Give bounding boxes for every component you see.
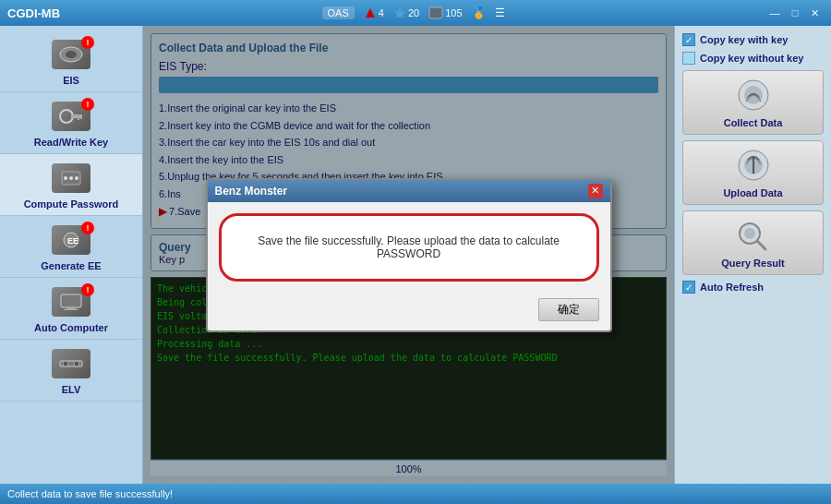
signal1: 4 [364, 6, 384, 19]
sidebar: ! EIS ! Read/Write Key Compute Password [0, 26, 143, 484]
upload-data-button[interactable]: Upload Data [682, 140, 824, 205]
modal-title-bar: Benz Monster ✕ [208, 180, 610, 202]
modal-overlay: Benz Monster ✕ Save the file successfull… [143, 26, 674, 484]
main-layout: ! EIS ! Read/Write Key Compute Password [0, 26, 831, 484]
generate-ee-label: Generate EE [41, 260, 101, 271]
sidebar-item-generate-ee[interactable]: EE ! Generate EE [0, 216, 142, 278]
svg-rect-14 [61, 294, 81, 307]
svg-rect-16 [64, 309, 78, 310]
sidebar-item-compute-password[interactable]: Compute Password [0, 154, 142, 216]
modal-body: Save the file successfully. Please uploa… [219, 213, 599, 282]
svg-rect-6 [78, 114, 79, 120]
generate-ee-badge: ! [81, 222, 94, 234]
modal-footer: 确定 [208, 293, 610, 330]
auto-refresh-row[interactable]: ✓ Auto Refresh [682, 281, 824, 294]
eis-icon-container: ! [48, 36, 94, 73]
copy-key-without-checkbox[interactable] [682, 52, 695, 65]
copy-key-with-checkbox[interactable]: ✓ [682, 33, 695, 46]
copy-key-without-row[interactable]: Copy key without key [682, 52, 824, 65]
sidebar-item-eis[interactable]: ! EIS [0, 30, 142, 92]
sidebar-item-read-write-key[interactable]: ! Read/Write Key [0, 92, 142, 154]
maximize-button[interactable]: □ [787, 5, 803, 21]
elv-icon-bg [52, 349, 90, 378]
modal-message: Save the file successfully. Please uploa… [236, 234, 582, 260]
copy-key-with-row[interactable]: ✓ Copy key with key [682, 33, 824, 46]
medal-icon: 🏅 [472, 6, 486, 19]
copy-key-without-label: Copy key without key [700, 53, 803, 64]
svg-rect-1 [429, 7, 442, 18]
compute-password-icon-bg [52, 163, 90, 193]
auto-computer-icon-container: ! [48, 283, 94, 320]
title-bar: CGDI-MB OAS 4 20 105 🏅 ☰ — □ ✕ [0, 0, 831, 26]
query-result-icon [730, 217, 777, 254]
collect-data-icon [730, 77, 777, 114]
status-bar: Collect data to save file successfully! [0, 484, 831, 504]
minimize-button[interactable]: — [766, 5, 783, 21]
query-result-label: Query Result [721, 258, 784, 269]
modal-title: Benz Monster [215, 185, 288, 198]
sidebar-item-auto-computer[interactable]: ! Auto Computer [0, 278, 142, 340]
upload-data-label: Upload Data [723, 187, 782, 198]
eis-badge: ! [81, 36, 94, 49]
badge-count: 105 [428, 6, 462, 19]
svg-line-27 [757, 241, 765, 249]
svg-point-3 [66, 51, 77, 58]
oas-badge: OAS [322, 6, 355, 19]
menu-icon[interactable]: ☰ [495, 6, 505, 19]
query-result-button[interactable]: Query Result [682, 210, 824, 275]
upload-data-icon [730, 147, 777, 184]
svg-rect-7 [80, 114, 82, 119]
status-text: Collect data to save file successfully! [7, 488, 173, 499]
sidebar-item-elv[interactable]: ELV [0, 340, 142, 402]
eis-label: EIS [63, 75, 79, 86]
read-write-key-icon-container: ! [48, 98, 94, 135]
signal2: 20 [393, 6, 419, 19]
right-panel: ✓ Copy key with key Copy key without key… [674, 26, 831, 484]
collect-data-label: Collect Data [724, 117, 783, 128]
title-bar-center: OAS 4 20 105 🏅 ☰ [322, 6, 505, 19]
close-button[interactable]: ✕ [807, 5, 824, 21]
svg-point-9 [64, 176, 67, 180]
collect-data-button[interactable]: Collect Data [682, 70, 824, 135]
svg-marker-0 [394, 7, 405, 18]
auto-refresh-checkbox[interactable]: ✓ [682, 281, 695, 294]
generate-ee-icon-container: EE ! [48, 222, 94, 258]
modal-dialog: Benz Monster ✕ Save the file successfull… [206, 178, 612, 332]
compute-password-label: Compute Password [24, 198, 119, 210]
auto-computer-label: Auto Computer [34, 322, 108, 333]
app-title: CGDI-MB [7, 6, 60, 20]
svg-point-18 [63, 361, 68, 366]
compute-password-icon-container [48, 160, 94, 197]
svg-point-4 [60, 110, 73, 123]
window-controls: — □ ✕ [766, 5, 824, 21]
copy-key-with-label: Copy key with key [700, 34, 788, 45]
modal-close-button[interactable]: ✕ [588, 184, 603, 198]
auto-refresh-label: Auto Refresh [700, 282, 764, 293]
read-write-badge: ! [81, 98, 94, 111]
svg-point-19 [74, 361, 79, 366]
elv-label: ELV [62, 384, 81, 395]
read-write-key-label: Read/Write Key [34, 137, 109, 148]
svg-point-10 [69, 176, 73, 180]
svg-rect-15 [66, 307, 76, 309]
svg-point-26 [744, 228, 755, 239]
svg-text:EE: EE [67, 236, 78, 246]
modal-ok-button[interactable]: 确定 [538, 298, 599, 321]
center-content: Collect Data and Upload the File EIS Typ… [143, 26, 674, 484]
auto-computer-badge: ! [81, 283, 94, 296]
elv-icon-container [48, 345, 94, 382]
svg-point-11 [75, 176, 78, 180]
